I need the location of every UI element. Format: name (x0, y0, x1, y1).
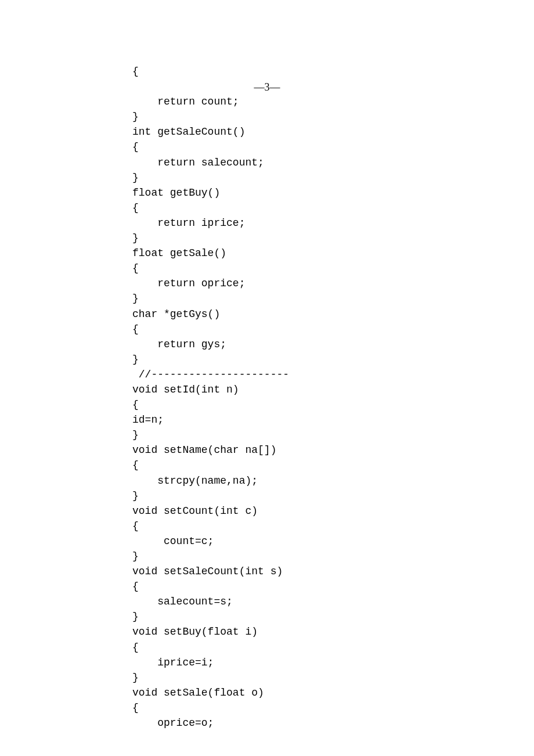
code-block: { return count; } int getSaleCount() { r… (132, 64, 289, 730)
document-page: —3— { return count; } int getSaleCount()… (0, 0, 534, 756)
